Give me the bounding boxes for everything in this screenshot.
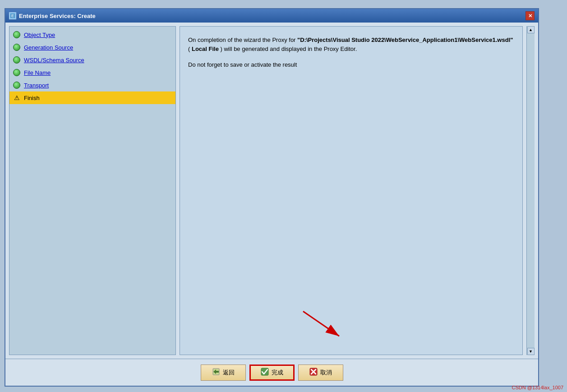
back-icon	[212, 368, 220, 377]
back-label: 返回	[223, 369, 235, 377]
nav-item-object-type[interactable]: Object Type	[9, 28, 175, 41]
nav-label-transport[interactable]: Transport	[24, 82, 49, 89]
nav-icon-transport	[13, 82, 20, 89]
nav-item-generation-source[interactable]: Generation Source	[9, 41, 175, 54]
nav-icon-generation-source	[13, 44, 20, 51]
nav-label-object-type[interactable]: Object Type	[24, 32, 55, 38]
paragraph1-path: "D:\Projects\Visual Studio 2022\WebServi…	[297, 36, 513, 43]
nav-label-finish: Finish	[24, 95, 40, 101]
dialog-title-icon: E	[9, 12, 16, 19]
dialog-body: Object Type Generation Source WSDL/Schem…	[5, 23, 538, 359]
nav-label-file-name[interactable]: File Name	[24, 69, 51, 76]
nav-label-wsdl-schema-source[interactable]: WSDL/Schema Source	[24, 57, 84, 64]
paragraph1-post: ) will be generated and displayed in the…	[219, 46, 357, 52]
completion-message: On completion of the wizard the Proxy fo…	[188, 36, 514, 53]
paragraph1-pre: On completion of the wizard the Proxy fo…	[188, 36, 297, 43]
scroll-down-button[interactable]: ▼	[527, 348, 535, 355]
finish-icon	[261, 368, 269, 377]
svg-text:E: E	[11, 14, 14, 18]
nav-item-file-name[interactable]: File Name	[9, 66, 175, 79]
nav-item-finish[interactable]: ⚠ Finish	[9, 91, 175, 104]
nav-icon-file-name	[13, 69, 20, 76]
paragraph1-mid: (	[188, 46, 192, 52]
close-button[interactable]: ✕	[526, 11, 535, 20]
title-bar-left: E Enterprise Services: Create	[9, 12, 96, 19]
cancel-icon	[309, 368, 318, 377]
red-arrow-annotation	[294, 307, 366, 343]
wizard-content-panel: On completion of the wizard the Proxy fo…	[180, 26, 523, 355]
cancel-button[interactable]: 取消	[298, 365, 343, 381]
dialog-title: Enterprise Services: Create	[19, 13, 96, 19]
finish-button[interactable]: 完成	[249, 365, 295, 381]
paragraph1-local-file: Local File	[192, 46, 219, 52]
enterprise-services-dialog: E Enterprise Services: Create ✕ Object T…	[5, 8, 539, 387]
back-button[interactable]: 返回	[201, 365, 246, 381]
watermark: CSDN @1314lax_1007	[512, 385, 563, 390]
button-bar: 返回 完成 取消	[5, 359, 538, 386]
wizard-nav-panel: Object Type Generation Source WSDL/Schem…	[9, 26, 176, 355]
cancel-label: 取消	[320, 369, 332, 377]
nav-item-wsdl-schema-source[interactable]: WSDL/Schema Source	[9, 54, 175, 66]
svg-line-3	[303, 311, 339, 336]
nav-item-transport[interactable]: Transport	[9, 79, 175, 91]
nav-icon-finish: ⚠	[13, 94, 20, 101]
nav-label-generation-source[interactable]: Generation Source	[24, 44, 73, 51]
nav-icon-wsdl-schema-source	[13, 56, 20, 64]
nav-icon-object-type	[13, 31, 20, 38]
scroll-up-button[interactable]: ▲	[527, 26, 535, 33]
scrollbar[interactable]: ▲ ▼	[526, 26, 535, 355]
finish-label: 完成	[272, 369, 283, 377]
save-reminder: Do not forget to save or activate the re…	[188, 60, 514, 69]
dialog-title-bar: E Enterprise Services: Create ✕	[5, 9, 538, 23]
